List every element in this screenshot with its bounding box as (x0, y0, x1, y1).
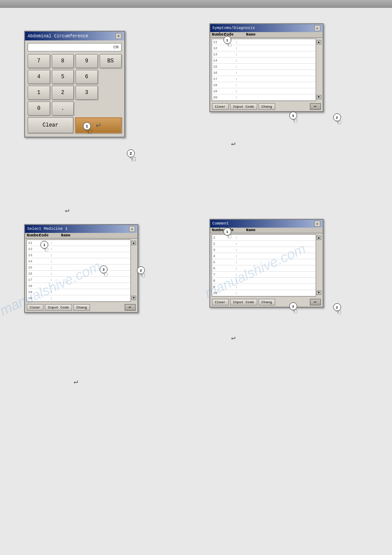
symptoms-title: Symptoms/Diagnosis × (210, 24, 323, 32)
symptoms-scrollbar-down[interactable]: ▼ (316, 95, 321, 99)
calc-btn-5[interactable]: 5 (52, 70, 74, 84)
comment-col-number: Number (212, 228, 224, 232)
list-item: 18: (27, 283, 130, 289)
calc-dialog: Abdominal Circumference × cm 7 8 9 BS 4 … (24, 31, 125, 138)
select-medicine-title-label: Select Medicine 1 (27, 227, 68, 231)
right-panel: Symptoms/Diagnosis × Number Code Name 11… (196, 8, 392, 555)
calc-row-3: 1 2 3 (28, 86, 122, 100)
list-item: 19: (27, 289, 130, 295)
select-medicine-title: Select Medicine 1 × (25, 225, 137, 233)
select-medicine-dialog: Select Medicine 1 × Number Code Name 11:… (24, 224, 138, 313)
col-name-label: Name (61, 233, 136, 238)
select-medicine-enter-button[interactable]: ↵ (125, 304, 136, 311)
list-item: 14: (27, 258, 130, 265)
top-bar (0, 0, 392, 8)
select-medicine-close-button[interactable]: × (129, 226, 135, 232)
comment-title-label: Comment (212, 221, 229, 226)
list-item: 13: (27, 252, 130, 258)
select-medicine-clear-button[interactable]: Clear (27, 304, 43, 311)
calc-row-1: 7 8 9 BS (28, 54, 122, 68)
comment-scrollbar-up[interactable]: ▲ (316, 236, 321, 240)
calc-btn-4[interactable]: 4 (28, 70, 50, 84)
list-item: 10: (212, 290, 316, 296)
symptoms-col-number: Number (212, 33, 224, 37)
left-panel: Abdominal Circumference × cm 7 8 9 BS 4 … (0, 8, 196, 555)
comment-scrollbar-down[interactable]: ▼ (316, 290, 321, 295)
calc-btn-3[interactable]: 3 (76, 86, 98, 100)
list-item: 16: (212, 70, 316, 76)
col-number-label: Number (27, 233, 39, 238)
symptoms-col-name: Name (246, 33, 321, 37)
scrollbar-up-arrow[interactable]: ▲ (131, 241, 136, 245)
symptoms-change-button[interactable]: Chang (259, 103, 275, 110)
select-medicine-change-button[interactable]: Chang (73, 304, 90, 311)
symptoms-scrollbar-up[interactable]: ▲ (316, 40, 321, 44)
calc-btn-9[interactable]: 9 (76, 54, 98, 68)
calc-btn-7[interactable]: 7 (28, 54, 50, 68)
list-item: 16: (27, 271, 130, 277)
calc-row-4: 0 . (28, 102, 122, 116)
list-item: 20: (212, 94, 316, 101)
enter-icon: ↵ (96, 121, 101, 130)
comment-enter-button[interactable]: ↵ (310, 299, 321, 305)
calc-btn-2[interactable]: 2 (52, 86, 74, 100)
col-code-label: Code (39, 233, 61, 238)
list-item: 4: (212, 253, 316, 259)
calc-bottom-row: Clear ↵ (28, 117, 122, 133)
list-item: 3: (212, 247, 316, 253)
list-item: 14: (212, 58, 316, 64)
comment-footer: Clear Input Code Chang ↵ (210, 297, 323, 307)
calc-btn-6[interactable]: 6 (76, 70, 98, 84)
calc-title-label: Abdominal Circumference (28, 34, 88, 39)
comment-clear-button[interactable]: Clear (212, 299, 229, 305)
calc-dialog-title: Abdominal Circumference × (25, 32, 124, 40)
symptoms-clear-button[interactable]: Clear (212, 103, 229, 110)
calc-clear-button[interactable]: Clear (28, 117, 73, 133)
comment-close-button[interactable]: × (314, 221, 320, 227)
comment-list: 1: 2: 3: 4: 5: 6: 7: 8: 9: 10: (212, 234, 316, 297)
arrow-annotation-left-2: ↵ (74, 377, 78, 386)
arrow-annotation-left: ↵ (65, 206, 69, 214)
list-item: 19: (212, 88, 316, 94)
calc-btn-1[interactable]: 1 (28, 86, 50, 100)
list-item: 6: (212, 265, 316, 272)
list-item: 8: (212, 278, 316, 284)
comment-title: Comment × (210, 220, 323, 228)
calc-btn-8[interactable]: 8 (52, 54, 74, 68)
comment-input-code-button[interactable]: Input Code (230, 299, 257, 305)
select-medicine-list: 11: 12: 13: 14: 15: 16: 17: 18: 19: 20: (26, 239, 131, 302)
symptoms-title-label: Symptoms/Diagnosis (212, 26, 255, 30)
calc-button-grid: 7 8 9 BS 4 5 6 1 2 3 0 . (28, 54, 122, 116)
comment-col-name: Name (246, 228, 321, 232)
symptoms-close-button[interactable]: × (314, 25, 320, 31)
symptoms-footer: Clear Input Code Chang ↵ (210, 102, 323, 111)
list-item: 7: (212, 272, 316, 278)
list-item: 13: (212, 51, 316, 58)
symptoms-input-code-button[interactable]: Input Code (230, 103, 257, 110)
list-item: 17: (212, 76, 316, 82)
list-item: 18: (212, 82, 316, 88)
select-medicine-input-code-button[interactable]: Input Code (45, 304, 72, 311)
select-medicine-header: Number Code Name (25, 233, 137, 239)
comment-change-button[interactable]: Chang (259, 299, 275, 305)
list-item: 9: (212, 284, 316, 290)
calc-display: cm (28, 43, 122, 51)
calc-btn-0[interactable]: 0 (28, 102, 50, 116)
calc-enter-button[interactable]: ↵ (75, 117, 122, 133)
list-item: 15: (27, 265, 130, 271)
list-item: 17: (27, 277, 130, 283)
select-medicine-footer: Clear Input Code Chang ↵ (25, 303, 137, 312)
calc-btn-bs[interactable]: BS (100, 54, 122, 68)
calc-close-button[interactable]: × (115, 33, 122, 39)
enter-symbol-right-2: ↵ (231, 333, 236, 342)
calc-unit-label: cm (113, 45, 119, 50)
symptoms-enter-button[interactable]: ↵ (310, 103, 321, 110)
scrollbar-down-arrow[interactable]: ▼ (131, 296, 136, 300)
list-item: 5: (212, 259, 316, 265)
list-item: 15: (212, 64, 316, 70)
list-item: 20: (27, 295, 130, 301)
enter-symbol-right: ↵ (231, 139, 236, 148)
calc-row-2: 4 5 6 (28, 70, 122, 84)
calc-btn-dot[interactable]: . (52, 102, 74, 116)
